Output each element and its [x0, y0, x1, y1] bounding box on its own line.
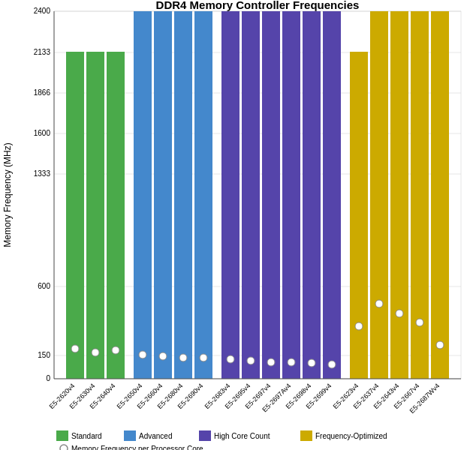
y-tick-150: 150 — [38, 351, 50, 359]
legend-advanced-swatch — [124, 430, 136, 441]
dot-e5-2660v4 — [159, 352, 167, 360]
y-axis-label: Memory Frequency (MHz) — [2, 142, 13, 247]
legend-dot-label: Memory Frequency per Processor Core — [71, 445, 203, 450]
chart-title: DDR4 Memory Controller Frequencies — [156, 0, 360, 11]
bar-e5-2690v4 — [194, 11, 212, 379]
y-tick-1600: 1600 — [34, 129, 51, 137]
dot-e5-2643v4 — [396, 310, 403, 317]
dot-e5-2680v4 — [179, 354, 187, 362]
dot-e5-2699v4 — [328, 361, 336, 368]
bar-e5-2637v4 — [370, 11, 388, 379]
legend-dot-icon — [60, 445, 68, 450]
dot-e5-2687wv4 — [436, 341, 444, 349]
y-tick-1866: 1866 — [34, 88, 51, 97]
bar-e5-2687wv4 — [431, 11, 449, 379]
dot-e5-2650v4 — [139, 351, 146, 358]
legend-standard-label: Standard — [71, 432, 102, 440]
bar-e5-2695v4 — [242, 11, 260, 379]
dot-e5-2697av4 — [288, 358, 295, 366]
dot-e5-2698v4 — [308, 359, 315, 367]
dot-e5-2620v4 — [71, 345, 79, 352]
dot-e5-2667v4 — [416, 319, 423, 326]
dot-e5-2640v4 — [112, 346, 119, 354]
dot-e5-2637v4 — [375, 300, 383, 308]
bar-e5-2699v4 — [323, 11, 341, 379]
legend-freqopt-swatch — [300, 430, 312, 441]
bar-e5-2630v4 — [86, 52, 104, 379]
y-tick-2133: 2133 — [34, 48, 51, 56]
bar-e5-2698v4 — [303, 11, 321, 379]
legend-standard-swatch — [56, 430, 68, 441]
dot-e5-2697v4 — [267, 358, 275, 366]
dot-e5-2690v4 — [200, 354, 207, 362]
bar-e5-2680v4 — [174, 11, 192, 379]
bar-e5-2697av4 — [282, 11, 300, 379]
dot-e5-2683v4 — [227, 356, 234, 363]
y-tick-600: 600 — [38, 282, 50, 290]
bar-e5-2660v4 — [154, 11, 172, 379]
chart-container: DDR4 Memory Controller Frequencies Memor… — [0, 0, 476, 450]
bar-e5-2683v4 — [221, 11, 240, 379]
y-tick-2400: 2400 — [34, 7, 51, 15]
dot-e5-2630v4 — [92, 349, 99, 356]
bar-e5-2620v4 — [66, 52, 84, 379]
dot-e5-2623v4 — [355, 322, 363, 330]
dot-e5-2695v4 — [247, 357, 255, 364]
y-tick-1333: 1333 — [34, 170, 51, 178]
legend-advanced-label: Advanced — [139, 432, 172, 440]
bar-e5-2697v4 — [262, 11, 280, 379]
legend-highcore-swatch — [199, 430, 211, 441]
bar-e5-2650v4 — [134, 11, 152, 379]
legend-freqopt-label: Frequency-Optimized — [315, 432, 387, 440]
legend-highcore-label: High Core Count — [214, 432, 270, 440]
bar-e5-2640v4 — [107, 52, 125, 379]
bar-e5-2643v4 — [390, 11, 408, 379]
y-tick-0: 0 — [46, 374, 50, 382]
